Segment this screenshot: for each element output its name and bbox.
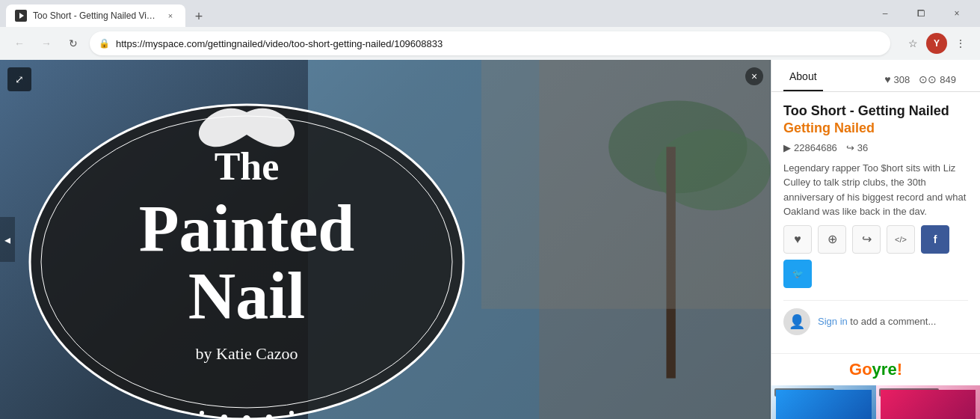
new-tab-button[interactable]: + xyxy=(188,6,209,27)
video-area: The Painted Nail by Katie Cazoo ⤢ × ◂ xyxy=(0,60,771,419)
page-content: The Painted Nail by Katie Cazoo ⤢ × ◂ Ab… xyxy=(0,60,980,419)
comment-after-text: to add a comment... xyxy=(848,316,937,327)
video-meta: ▶ 22864686 ↪ 36 xyxy=(783,142,968,153)
play-count-value: 22864686 xyxy=(794,142,837,153)
svg-point-16 xyxy=(289,411,294,415)
tab-about[interactable]: About xyxy=(783,60,823,91)
svg-rect-7 xyxy=(481,60,771,309)
menu-button[interactable]: ⋮ xyxy=(950,33,971,54)
likes-stat: ♥ 308 xyxy=(884,73,910,85)
profile-button[interactable]: Y xyxy=(926,33,947,54)
nav-bar: ← → ↻ 🔒 https://myspace.com/gettingnaile… xyxy=(0,27,980,60)
sidebar-stats: ♥ 308 ⊙⊙ 849 xyxy=(872,60,968,91)
sign-in-link[interactable]: Sign in xyxy=(818,316,848,327)
ad-logo: Goyre! xyxy=(771,354,980,385)
ad-logo-go: Go xyxy=(849,360,872,379)
bookmark-button[interactable]: ☆ xyxy=(902,33,923,54)
svg-point-15 xyxy=(200,411,204,415)
reload-button[interactable]: ↻ xyxy=(63,33,84,54)
likes-count: 308 xyxy=(894,74,910,85)
video-title-orange: Getting Nailed xyxy=(783,120,875,135)
facebook-button[interactable]: f xyxy=(921,225,949,254)
play-count: ▶ 22864686 xyxy=(783,142,837,153)
sidebar: About ♥ 308 ⊙⊙ 849 Too Short - Getting N… xyxy=(771,60,980,419)
plays-stat: ⊙⊙ 849 xyxy=(919,73,956,85)
forward-button[interactable]: → xyxy=(36,33,57,54)
share-icon: ↪ xyxy=(846,142,854,153)
ad-block-1[interactable]: mhschoolsupply.com Interactions MY PALS … xyxy=(771,385,876,419)
nav-right-buttons: ☆ Y ⋮ xyxy=(902,33,971,54)
title-bar: Too Short - Getting Nailed Video... × + … xyxy=(0,0,980,27)
action-buttons: ♥ ⊕ ↪ </> f 🐦 xyxy=(783,225,968,288)
video-description: Legendary rapper Too $hort sits with Liz… xyxy=(783,161,968,215)
lock-icon: 🔒 xyxy=(99,38,110,49)
svg-text:Nail: Nail xyxy=(188,260,305,332)
heart-icon: ♥ xyxy=(884,73,890,85)
plays-icon: ⊙⊙ xyxy=(919,73,937,85)
share-button[interactable]: ↪ xyxy=(852,225,881,254)
comment-prompt: Sign in to add a comment... xyxy=(818,316,936,327)
like-button[interactable]: ♥ xyxy=(783,225,812,254)
tab-favicon xyxy=(15,10,27,22)
sidebar-content: Too Short - Getting Nailed Getting Naile… xyxy=(771,92,980,353)
twitter-button[interactable]: 🐦 xyxy=(783,260,812,288)
video-title: Too Short - Getting Nailed Getting Naile… xyxy=(783,103,968,138)
avatar: 👤 xyxy=(783,308,810,335)
play-icon: ▶ xyxy=(783,142,791,153)
tab-title: Too Short - Getting Nailed Video... xyxy=(33,10,158,21)
ad-logo-yre: yre xyxy=(872,360,897,379)
svg-text:by Katie Cazoo: by Katie Cazoo xyxy=(196,344,298,363)
browser-chrome: Too Short - Getting Nailed Video... × + … xyxy=(0,0,980,60)
comment-area: 👤 Sign in to add a comment... xyxy=(783,300,968,343)
fullscreen-button[interactable]: ⤢ xyxy=(7,67,31,91)
sidebar-tabs: About ♥ 308 ⊙⊙ 849 xyxy=(771,60,980,92)
back-button[interactable]: ← xyxy=(9,33,30,54)
minimize-button[interactable]: – xyxy=(868,0,902,27)
video-side-arrow[interactable]: ◂ xyxy=(0,217,15,262)
video-player: The Painted Nail by Katie Cazoo xyxy=(0,60,771,419)
video-close-button[interactable]: × xyxy=(745,67,763,85)
ad-area: Goyre! mhschoolsupply.com Interactions M… xyxy=(771,353,980,419)
video-title-bold: Too Short - Getting Nailed xyxy=(783,103,949,118)
ad-images: mhschoolsupply.com Interactions MY PALS … xyxy=(771,385,980,419)
tab-bar: Too Short - Getting Nailed Video... × + xyxy=(6,0,209,27)
description-text: Legendary rapper Too $hort sits with Liz… xyxy=(783,162,966,215)
ad-block-2[interactable]: mhschoolsupply.com Systems MY PAL ARE HE… xyxy=(876,385,981,419)
embed-button[interactable]: </> xyxy=(887,225,915,254)
active-tab[interactable]: Too Short - Getting Nailed Video... × xyxy=(6,4,185,27)
window-controls: – ⧠ × xyxy=(868,0,974,27)
close-window-button[interactable]: × xyxy=(940,0,974,27)
svg-text:Painted: Painted xyxy=(139,192,354,265)
share-count: ↪ 36 xyxy=(846,142,868,153)
plays-count: 849 xyxy=(940,74,956,85)
svg-text:The: The xyxy=(215,145,280,188)
ad-logo-excl: ! xyxy=(897,360,902,379)
add-button[interactable]: ⊕ xyxy=(818,225,846,254)
share-count-value: 36 xyxy=(857,142,868,153)
tab-close-button[interactable]: × xyxy=(164,10,176,22)
url-text: https://myspace.com/gettingnailed/video/… xyxy=(116,38,881,49)
address-bar[interactable]: 🔒 https://myspace.com/gettingnailed/vide… xyxy=(90,31,890,55)
maximize-button[interactable]: ⧠ xyxy=(904,0,938,27)
